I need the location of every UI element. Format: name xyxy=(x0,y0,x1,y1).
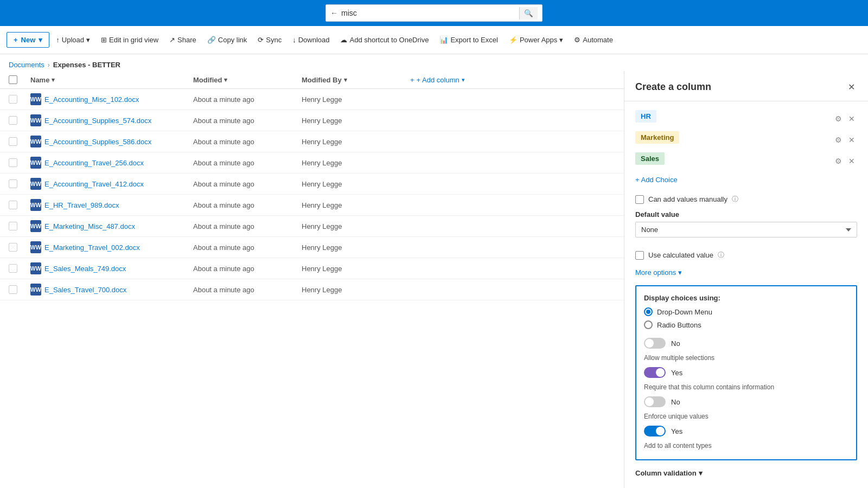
can-add-manually-checkbox[interactable] xyxy=(635,195,644,204)
chevron-down-icon: ▾ xyxy=(39,36,42,44)
add-column-button[interactable]: + + Add column ▾ xyxy=(410,75,615,84)
word-icon: W xyxy=(30,284,41,296)
search-box[interactable]: ← 🔍 xyxy=(326,4,542,22)
radio-radiobuttons-label: Radio Buttons xyxy=(657,321,701,329)
default-value-select-wrapper: None xyxy=(635,222,857,244)
table-row: W E_Accounting_Supplies_586.docx About a… xyxy=(0,131,624,152)
modified-by-cell: Henry Legge xyxy=(302,222,410,230)
choice-settings-button[interactable]: ⚙ xyxy=(833,113,844,124)
breadcrumb-separator: › xyxy=(48,61,50,69)
breadcrumb-parent[interactable]: Documents xyxy=(9,61,44,69)
choice-remove-button[interactable]: ✕ xyxy=(846,134,857,145)
link-icon: 🔗 xyxy=(207,36,216,44)
word-icon: W xyxy=(30,93,41,105)
add-content-types-toggle[interactable] xyxy=(644,426,666,436)
file-name-cell[interactable]: W E_Marketing_Misc_487.docx xyxy=(30,220,193,232)
file-name-cell[interactable]: W E_Marketing_Travel_002.docx xyxy=(30,241,193,253)
table-row: W E_Sales_Travel_700.docx About a minute… xyxy=(0,279,624,300)
file-name-cell[interactable]: W E_Sales_Travel_700.docx xyxy=(30,284,193,296)
row-checkbox-cell xyxy=(9,285,30,294)
choice-actions: ⚙ ✕ xyxy=(833,134,857,145)
table-row: W E_Marketing_Travel_002.docx About a mi… xyxy=(0,237,624,258)
table-row: W E_Sales_Meals_749.docx About a minute … xyxy=(0,258,624,279)
file-name-cell[interactable]: W E_Sales_Meals_749.docx xyxy=(30,262,193,274)
file-name-cell[interactable]: W E_Accounting_Supplies_586.docx xyxy=(30,136,193,147)
add-shortcut-button[interactable]: ☁ Add shortcut to OneDrive xyxy=(336,33,433,47)
choices-list: HR ⚙ ✕ Marketing ⚙ ✕ Sales ⚙ ✕ xyxy=(635,110,857,169)
select-all-checkbox[interactable] xyxy=(9,75,17,84)
modified-cell: About a minute ago xyxy=(193,222,302,230)
search-input[interactable] xyxy=(341,9,519,17)
options-expanded-panel: Display choices using: Drop-Down Menu Ra… xyxy=(635,285,857,460)
row-checkbox[interactable] xyxy=(9,158,17,167)
info-icon[interactable]: ⓘ xyxy=(732,195,738,204)
table-row: W E_Marketing_Misc_487.docx About a minu… xyxy=(0,216,624,237)
file-name-cell[interactable]: W E_Accounting_Travel_256.docx xyxy=(30,157,193,169)
sync-button[interactable]: ⟳ Sync xyxy=(253,33,286,47)
breadcrumb-current: Expenses - BETTER xyxy=(53,61,120,69)
new-button[interactable]: + New ▾ xyxy=(7,32,49,48)
row-checkbox[interactable] xyxy=(9,137,17,146)
power-apps-button[interactable]: ⚡ Power Apps ▾ xyxy=(505,33,567,47)
file-name-cell[interactable]: W E_Accounting_Misc_102.docx xyxy=(30,93,193,105)
file-name-cell[interactable]: W E_Accounting_Supplies_574.docx xyxy=(30,114,193,126)
default-value-select[interactable]: None xyxy=(635,222,857,237)
share-button[interactable]: ↗ Share xyxy=(165,33,201,47)
column-validation-button[interactable]: Column validation ▾ xyxy=(635,467,703,479)
chevron-down-icon: ▾ xyxy=(559,36,563,44)
choice-settings-button[interactable]: ⚙ xyxy=(833,156,844,166)
radio-radiobuttons[interactable] xyxy=(644,320,653,329)
edit-grid-button[interactable]: ⊞ Edit in grid view xyxy=(97,33,163,47)
enforce-unique-toggle[interactable] xyxy=(644,396,666,407)
download-button[interactable]: ↓ Download xyxy=(288,33,334,47)
top-bar: ← 🔍 xyxy=(0,0,868,26)
row-checkbox[interactable] xyxy=(9,95,17,104)
add-content-types-description: Add to all content types xyxy=(644,442,848,450)
info-icon-calculated[interactable]: ⓘ xyxy=(718,251,724,260)
row-checkbox-cell xyxy=(9,116,30,125)
enforce-unique-row: No xyxy=(644,396,848,407)
file-name-cell[interactable]: W E_HR_Travel_989.docx xyxy=(30,199,193,211)
upload-button[interactable]: ↑ Upload ▾ xyxy=(52,33,94,47)
row-checkbox[interactable] xyxy=(9,285,17,294)
default-value-section: Default value None xyxy=(635,210,857,244)
row-checkbox[interactable] xyxy=(9,179,17,188)
row-checkbox[interactable] xyxy=(9,222,17,230)
choice-remove-button[interactable]: ✕ xyxy=(846,156,857,166)
choice-settings-button[interactable]: ⚙ xyxy=(833,134,844,145)
more-options-button[interactable]: More options ▾ xyxy=(635,266,682,279)
row-checkbox[interactable] xyxy=(9,243,17,252)
name-column-header[interactable]: Name ▾ xyxy=(30,75,193,84)
panel-close-button[interactable]: ✕ xyxy=(846,80,857,94)
word-icon: W xyxy=(30,241,41,253)
choice-item: Sales ⚙ ✕ xyxy=(635,152,857,169)
file-name-cell[interactable]: W E_Accounting_Travel_412.docx xyxy=(30,178,193,190)
require-column-toggle[interactable] xyxy=(644,367,666,378)
allow-multiple-toggle[interactable] xyxy=(644,338,666,349)
require-column-row: Yes xyxy=(644,367,848,378)
modified-by-column-header[interactable]: Modified By ▾ xyxy=(302,75,410,84)
modified-column-header[interactable]: Modified ▾ xyxy=(193,75,302,84)
chevron-down-icon: ▾ xyxy=(699,469,703,477)
onedrive-icon: ☁ xyxy=(340,36,347,44)
use-calculated-checkbox[interactable] xyxy=(635,251,644,260)
radio-dropdown[interactable] xyxy=(644,307,653,316)
allow-multiple-description: Allow multiple selections xyxy=(644,354,848,362)
automate-button[interactable]: ⚙ Automate xyxy=(570,33,617,47)
add-choice-button[interactable]: + Add Choice xyxy=(635,174,678,186)
export-excel-button[interactable]: 📊 Export to Excel xyxy=(435,33,502,47)
sort-icon: ▾ xyxy=(224,76,227,84)
search-button[interactable]: 🔍 xyxy=(519,7,538,20)
choice-remove-button[interactable]: ✕ xyxy=(846,113,857,124)
panel-header: Create a column ✕ xyxy=(624,71,868,101)
search-back-icon[interactable]: ← xyxy=(330,9,338,17)
modified-cell: About a minute ago xyxy=(193,201,302,209)
row-checkbox[interactable] xyxy=(9,264,17,273)
modified-by-cell: Henry Legge xyxy=(302,180,410,188)
row-checkbox[interactable] xyxy=(9,116,17,125)
create-column-panel: Create a column ✕ HR ⚙ ✕ Marketing ⚙ ✕ S… xyxy=(624,71,868,488)
modified-cell: About a minute ago xyxy=(193,265,302,273)
modified-by-cell: Henry Legge xyxy=(302,159,410,167)
row-checkbox[interactable] xyxy=(9,201,17,209)
copy-link-button[interactable]: 🔗 Copy link xyxy=(203,33,251,47)
